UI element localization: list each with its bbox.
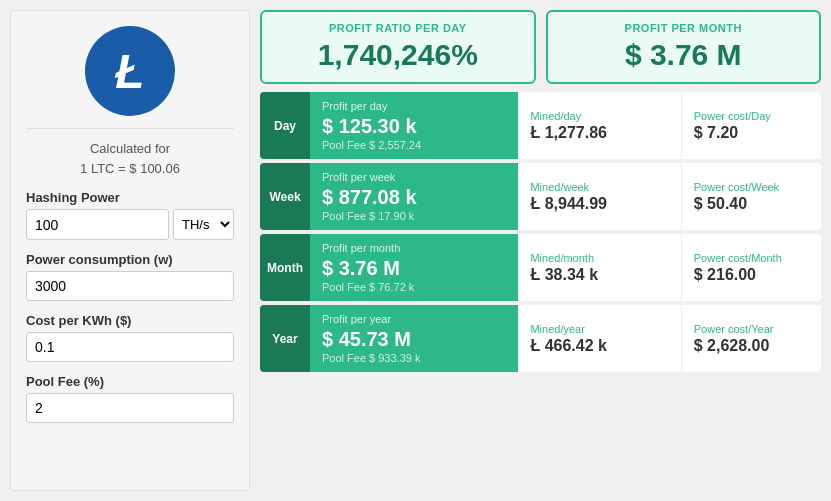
power-cost-label: Power cost/Month	[694, 252, 809, 264]
pool-fee-label: Pool Fee (%)	[26, 374, 234, 389]
power-cost-value: $ 216.00	[694, 266, 809, 284]
power-cost-value: $ 2,628.00	[694, 337, 809, 355]
hashing-power-input[interactable]	[26, 209, 169, 240]
profit-month-label: PROFIT PER MONTH	[563, 22, 805, 34]
pool-fee-display: Pool Fee $ 76.72 k	[322, 281, 506, 293]
row-profit: Profit per day $ 125.30 k Pool Fee $ 2,5…	[310, 92, 518, 159]
profit-month-value: $ 3.76 M	[563, 38, 805, 72]
power-cost-value: $ 7.20	[694, 124, 809, 142]
mined-value: Ł 8,944.99	[530, 195, 668, 213]
power-consumption-label: Power consumption (w)	[26, 252, 234, 267]
data-rows: Day Profit per day $ 125.30 k Pool Fee $…	[260, 92, 821, 372]
row-profit: Profit per year $ 45.73 M Pool Fee $ 933…	[310, 305, 518, 372]
pool-fee-input[interactable]	[26, 393, 234, 423]
power-cost-label: Power cost/Year	[694, 323, 809, 335]
power-consumption-group: Power consumption (w)	[26, 252, 234, 301]
profit-value: $ 45.73 M	[322, 327, 506, 351]
mined-value: Ł 38.34 k	[530, 266, 668, 284]
table-row: Year Profit per year $ 45.73 M Pool Fee …	[260, 305, 821, 372]
pool-fee-display: Pool Fee $ 17.90 k	[322, 210, 506, 222]
table-row: Month Profit per month $ 3.76 M Pool Fee…	[260, 234, 821, 301]
table-row: Day Profit per day $ 125.30 k Pool Fee $…	[260, 92, 821, 159]
mined-label: Mined/day	[530, 110, 668, 122]
mined-value: Ł 466.42 k	[530, 337, 668, 355]
profit-month-card: PROFIT PER MONTH $ 3.76 M	[546, 10, 822, 84]
mined-label: Mined/week	[530, 181, 668, 193]
row-mined: Mined/year Ł 466.42 k	[518, 305, 681, 372]
row-mined: Mined/month Ł 38.34 k	[518, 234, 681, 301]
row-profit: Profit per month $ 3.76 M Pool Fee $ 76.…	[310, 234, 518, 301]
pool-fee-group: Pool Fee (%)	[26, 374, 234, 423]
pool-fee-display: Pool Fee $ 2,557.24	[322, 139, 506, 151]
left-panel: Ł Calculated for 1 LTC = $ 100.06 Hashin…	[10, 10, 250, 491]
power-cost-value: $ 50.40	[694, 195, 809, 213]
profit-label: Profit per week	[322, 171, 506, 183]
row-power: Power cost/Year $ 2,628.00	[682, 305, 821, 372]
profit-label: Profit per day	[322, 100, 506, 112]
power-consumption-input[interactable]	[26, 271, 234, 301]
profit-value: $ 877.08 k	[322, 185, 506, 209]
row-mined: Mined/day Ł 1,277.86	[518, 92, 681, 159]
row-power: Power cost/Day $ 7.20	[682, 92, 821, 159]
cost-kwh-group: Cost per KWh ($)	[26, 313, 234, 362]
logo: Ł	[85, 26, 175, 116]
right-panel: PROFIT RATIO PER DAY 1,740,246% PROFIT P…	[260, 10, 821, 491]
profit-label: Profit per year	[322, 313, 506, 325]
row-period-label: Day	[260, 92, 310, 159]
row-power: Power cost/Month $ 216.00	[682, 234, 821, 301]
power-cost-label: Power cost/Week	[694, 181, 809, 193]
profit-label: Profit per month	[322, 242, 506, 254]
power-cost-label: Power cost/Day	[694, 110, 809, 122]
mined-label: Mined/year	[530, 323, 668, 335]
row-mined: Mined/week Ł 8,944.99	[518, 163, 681, 230]
main-container: Ł Calculated for 1 LTC = $ 100.06 Hashin…	[0, 0, 831, 501]
hashing-power-label: Hashing Power	[26, 190, 234, 205]
calc-for-line2: 1 LTC = $ 100.06	[26, 159, 234, 179]
hashing-power-group: Hashing Power TH/s GH/s MH/s	[26, 190, 234, 240]
cost-kwh-label: Cost per KWh ($)	[26, 313, 234, 328]
table-row: Week Profit per week $ 877.08 k Pool Fee…	[260, 163, 821, 230]
profit-ratio-card: PROFIT RATIO PER DAY 1,740,246%	[260, 10, 536, 84]
row-period-label: Year	[260, 305, 310, 372]
profit-ratio-label: PROFIT RATIO PER DAY	[277, 22, 519, 34]
mined-label: Mined/month	[530, 252, 668, 264]
hashing-unit-select[interactable]: TH/s GH/s MH/s	[173, 209, 234, 240]
profit-value: $ 3.76 M	[322, 256, 506, 280]
row-profit: Profit per week $ 877.08 k Pool Fee $ 17…	[310, 163, 518, 230]
profit-value: $ 125.30 k	[322, 114, 506, 138]
logo-letter: Ł	[115, 44, 144, 99]
top-metrics: PROFIT RATIO PER DAY 1,740,246% PROFIT P…	[260, 10, 821, 84]
row-power: Power cost/Week $ 50.40	[682, 163, 821, 230]
row-period-label: Week	[260, 163, 310, 230]
pool-fee-display: Pool Fee $ 933.39 k	[322, 352, 506, 364]
row-period-label: Month	[260, 234, 310, 301]
profit-ratio-value: 1,740,246%	[277, 38, 519, 72]
mined-value: Ł 1,277.86	[530, 124, 668, 142]
calc-for: Calculated for 1 LTC = $ 100.06	[26, 128, 234, 178]
calc-for-line1: Calculated for	[26, 139, 234, 159]
cost-kwh-input[interactable]	[26, 332, 234, 362]
